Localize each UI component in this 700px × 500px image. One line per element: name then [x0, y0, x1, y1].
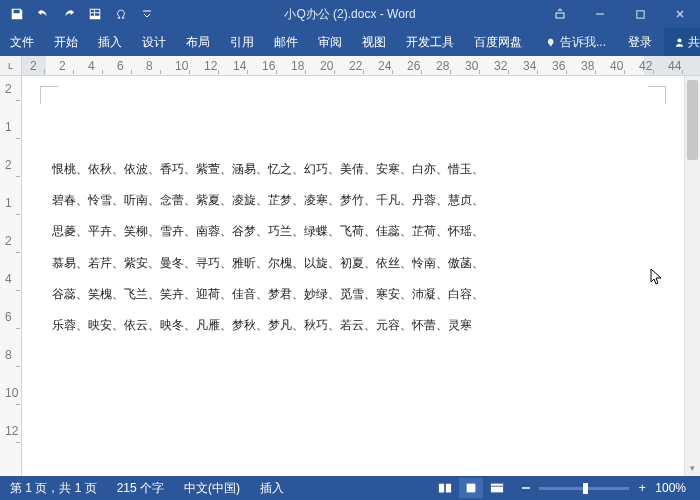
view-buttons: + 100%	[433, 478, 700, 498]
zoom-in-button[interactable]: +	[635, 481, 649, 495]
horizontal-ruler[interactable]: 2246810121416182022242628303234363840424…	[22, 56, 700, 76]
zoom-value[interactable]: 100%	[655, 481, 686, 495]
document-content[interactable]: 恨桃、依秋、依波、香巧、紫萱、涵易、忆之、幻巧、美倩、安寒、白亦、惜玉、碧春、怜…	[52, 104, 654, 341]
close-button[interactable]	[660, 0, 700, 28]
text-line[interactable]: 恨桃、依秋、依波、香巧、紫萱、涵易、忆之、幻巧、美倩、安寒、白亦、惜玉、	[52, 154, 654, 185]
tab-layout[interactable]: 布局	[176, 28, 220, 56]
horizontal-ruler-row: L 22468101214161820222426283032343638404…	[0, 56, 700, 76]
read-mode-button[interactable]	[433, 478, 457, 498]
text-line[interactable]: 谷蕊、笑槐、飞兰、笑卉、迎荷、佳音、梦君、妙绿、觅雪、寒安、沛凝、白容、	[52, 279, 654, 310]
svg-rect-1	[636, 10, 643, 17]
document-title: 小Q办公 (2).docx - Word	[284, 6, 415, 23]
vertical-scrollbar[interactable]: ▴ ▾	[684, 76, 700, 476]
scroll-thumb[interactable]	[687, 80, 698, 160]
status-insert-mode[interactable]: 插入	[250, 480, 294, 497]
ribbon-options-icon[interactable]	[540, 0, 580, 28]
tab-review[interactable]: 审阅	[308, 28, 352, 56]
status-word-count[interactable]: 215 个字	[107, 480, 174, 497]
omega-icon[interactable]	[110, 3, 132, 25]
zoom-out-button[interactable]	[519, 481, 533, 495]
tab-developer[interactable]: 开发工具	[396, 28, 464, 56]
zoom-slider[interactable]	[539, 487, 629, 490]
status-page[interactable]: 第 1 页，共 1 页	[0, 480, 107, 497]
zoom-control: + 100%	[511, 481, 694, 495]
tab-baidu[interactable]: 百度网盘	[464, 28, 532, 56]
tell-me[interactable]: 告诉我...	[536, 28, 616, 56]
margin-corner-tl	[40, 86, 58, 104]
maximize-button[interactable]	[620, 0, 660, 28]
tab-references[interactable]: 引用	[220, 28, 264, 56]
tab-view[interactable]: 视图	[352, 28, 396, 56]
share-button[interactable]: 共享	[664, 28, 700, 56]
vertical-ruler[interactable]: 212124681012	[0, 76, 22, 476]
status-bar: 第 1 页，共 1 页 215 个字 中文(中国) 插入 + 100%	[0, 476, 700, 500]
title-bar: 小Q办公 (2).docx - Word	[0, 0, 700, 28]
tab-insert[interactable]: 插入	[88, 28, 132, 56]
table-icon[interactable]	[84, 3, 106, 25]
minimize-button[interactable]	[580, 0, 620, 28]
text-line[interactable]: 碧春、怜雪、听南、念蕾、紫夏、凌旋、芷梦、凌寒、梦竹、千凡、丹蓉、慧贞、	[52, 185, 654, 216]
svg-rect-2	[467, 484, 476, 493]
tab-design[interactable]: 设计	[132, 28, 176, 56]
text-line[interactable]: 乐蓉、映安、依云、映冬、凡雁、梦秋、梦凡、秋巧、若云、元容、怀蕾、灵寒	[52, 310, 654, 341]
tab-mailings[interactable]: 邮件	[264, 28, 308, 56]
zoom-knob[interactable]	[583, 483, 588, 494]
qat-customize-icon[interactable]	[136, 3, 158, 25]
document-page[interactable]: 恨桃、依秋、依波、香巧、紫萱、涵易、忆之、幻巧、美倩、安寒、白亦、惜玉、碧春、怜…	[22, 76, 684, 476]
svg-rect-0	[556, 13, 564, 18]
redo-button[interactable]	[58, 3, 80, 25]
quick-access-toolbar	[0, 3, 164, 25]
login-button[interactable]: 登录	[616, 28, 664, 56]
web-layout-button[interactable]	[485, 478, 509, 498]
status-language[interactable]: 中文(中国)	[174, 480, 250, 497]
tab-home[interactable]: 开始	[44, 28, 88, 56]
print-layout-button[interactable]	[459, 478, 483, 498]
window-controls	[540, 0, 700, 28]
margin-corner-tr	[648, 86, 666, 104]
text-line[interactable]: 慕易、若芹、紫安、曼冬、寻巧、雅昕、尔槐、以旋、初夏、依丝、怜南、傲菡、	[52, 248, 654, 279]
text-line[interactable]: 思菱、平卉、笑柳、雪卉、南蓉、谷梦、巧兰、绿蝶、飞荷、佳蕊、芷荷、怀瑶、	[52, 216, 654, 247]
undo-button[interactable]	[32, 3, 54, 25]
scroll-down-icon[interactable]: ▾	[685, 460, 700, 476]
save-button[interactable]	[6, 3, 28, 25]
ruler-corner: L	[0, 56, 22, 76]
document-area: 212124681012 恨桃、依秋、依波、香巧、紫萱、涵易、忆之、幻巧、美倩、…	[0, 76, 700, 476]
ribbon-tabs: 文件 开始 插入 设计 布局 引用 邮件 审阅 视图 开发工具 百度网盘 告诉我…	[0, 28, 700, 56]
svg-rect-3	[491, 484, 503, 493]
tab-file[interactable]: 文件	[0, 28, 44, 56]
